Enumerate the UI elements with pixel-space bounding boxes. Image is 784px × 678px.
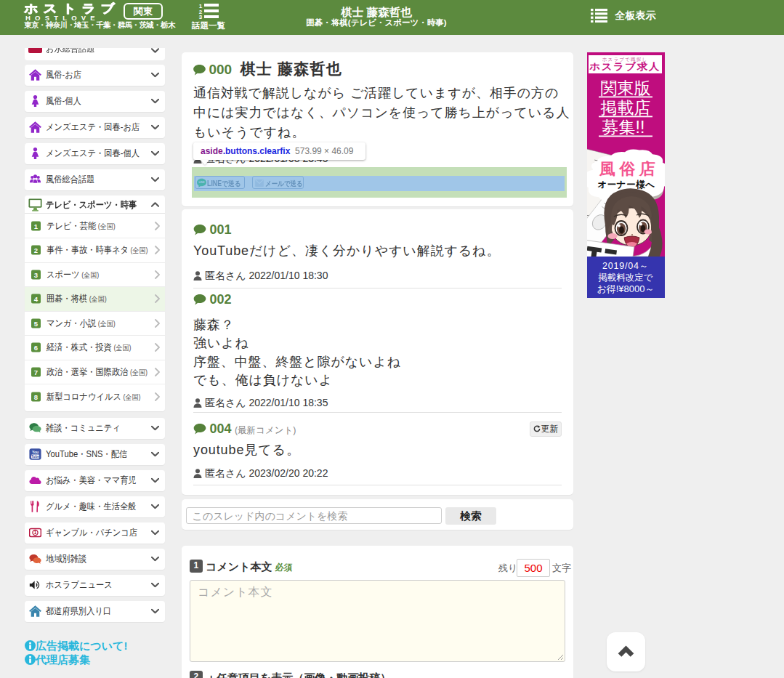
svg-text:関東版: 関東版 <box>601 78 651 97</box>
svg-text:お得!¥8000～: お得!¥8000～ <box>597 283 654 294</box>
svg-text:3: 3 <box>199 14 203 19</box>
svg-text:募集!!: 募集!! <box>602 118 645 137</box>
svg-text:オーナー様へ: オーナー様へ <box>598 179 655 190</box>
svg-text:Tube: Tube <box>31 455 39 459</box>
svg-text:2019/04～: 2019/04～ <box>602 261 649 271</box>
svg-text:1: 1 <box>34 530 37 535</box>
svg-text:風俗店: 風俗店 <box>599 160 660 178</box>
svg-text:You: You <box>32 450 39 454</box>
svg-text:掲載店: 掲載店 <box>601 98 651 117</box>
svg-text:掲載料改定で: 掲載料改定で <box>598 273 653 283</box>
svg-text:LINE: LINE <box>198 181 205 184</box>
svg-text:ホスラブ求人: ホスラブ求人 <box>589 60 660 71</box>
